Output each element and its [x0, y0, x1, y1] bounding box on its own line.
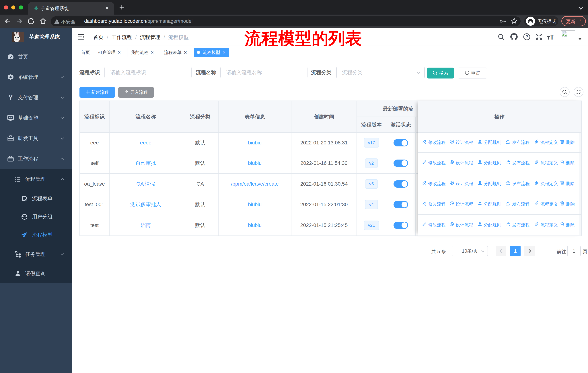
svg-text:T: T [550, 34, 554, 40]
svg-text:?: ? [525, 34, 528, 39]
svg-text:T: T [547, 35, 550, 40]
